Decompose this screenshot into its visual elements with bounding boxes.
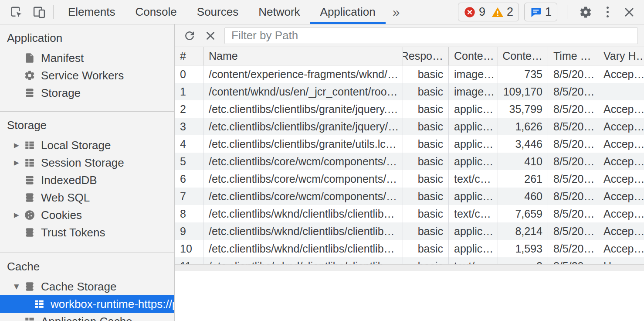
table-row[interactable]: 3 /etc.clientlibs/clientlibs/granite/jqu… (175, 118, 644, 135)
table-row[interactable]: 2 /etc.clientlibs/clientlibs/granite/jqu… (175, 100, 644, 118)
sidebar-item-label: Storage (41, 86, 81, 100)
sidebar-item-application-cache[interactable]: Application Cache (0, 313, 174, 321)
table-row[interactable]: 10 /etc.clientlibs/wknd/clientlibs/clien… (175, 240, 644, 257)
cell-time-cached: 8/5/20… (548, 153, 598, 170)
column-header-name[interactable]: Name (203, 47, 403, 65)
cell-index: 7 (175, 188, 203, 205)
cell-time-cached: 8/5/20… (548, 100, 598, 118)
sidebar-item-label: Local Storage (41, 139, 111, 152)
table-row[interactable]: 4 /etc.clientlibs/clientlibs/granite/uti… (175, 135, 644, 153)
cell-content-length: 35,799 (498, 100, 548, 118)
tab-console[interactable]: Console (125, 0, 186, 24)
table-row[interactable]: 6 /etc.clientlibs/core/wcm/components/… … (175, 170, 644, 188)
cell-content-type: applic… (449, 240, 498, 257)
message-icon (530, 6, 542, 18)
sidebar-item-label: Service Workers (41, 69, 124, 82)
refresh-icon[interactable] (181, 27, 198, 44)
gear-icon[interactable] (577, 3, 594, 22)
filter-by-path-input[interactable] (224, 27, 638, 44)
tab-sources[interactable]: Sources (187, 0, 248, 24)
cell-content-type: text/c… (449, 170, 498, 188)
cell-time-cached: 8/5/20… (548, 118, 598, 135)
sidebar-item-storage[interactable]: Storage (0, 84, 174, 102)
cell-content-length: 3,446 (498, 135, 548, 153)
section-application: Application Manifest Service Workers (0, 24, 174, 112)
column-header-content-type[interactable]: Conte… (449, 47, 498, 65)
column-header-content-length[interactable]: Conte… (498, 47, 548, 65)
cell-vary-header: Accep… (598, 100, 644, 118)
cell-index: 11 (175, 257, 203, 264)
chevron-expanded-icon[interactable]: ▼ (14, 283, 24, 290)
column-header-index[interactable]: # (175, 47, 203, 65)
chevron-collapsed-icon[interactable]: ▶ (14, 141, 24, 149)
table-row[interactable]: 7 /etc.clientlibs/core/wcm/components/… … (175, 188, 644, 205)
tab-network[interactable]: Network (248, 0, 310, 24)
column-header-vary-header[interactable]: Vary H… (598, 47, 644, 65)
sidebar-item-trust-tokens[interactable]: Trust Tokens (0, 224, 174, 241)
error-badge[interactable]: 9 (464, 5, 485, 19)
error-count: 9 (479, 5, 485, 19)
cell-content-length: 1,626 (498, 118, 548, 135)
cache-storage-panel: # Name Respo… Conte… Conte… Time … Vary … (175, 24, 644, 321)
cell-content-type: applic… (449, 153, 498, 170)
cell-content-length: 109,170 (498, 83, 548, 100)
sidebar-item-label: workbox-runtime-https://pu (51, 297, 174, 311)
sidebar-item-local-storage[interactable]: ▶ Local Storage (0, 137, 174, 154)
sidebar-item-session-storage[interactable]: ▶ Session Storage (0, 154, 174, 171)
table-row[interactable]: 1 /content/wknd/us/en/_jcr_content/roo… … (175, 83, 644, 100)
chevron-collapsed-icon[interactable]: ▶ (14, 211, 24, 219)
table-row[interactable]: 11 /etc.clientlibs/wknd/clientlibs/clien… (175, 257, 644, 264)
horizontal-scrollbar[interactable] (175, 264, 644, 271)
column-header-response-type[interactable]: Respo… (403, 47, 449, 65)
inspect-icon[interactable] (7, 3, 26, 22)
cell-response-type: basic (403, 118, 449, 135)
warning-icon (491, 6, 504, 18)
cell-response-type: basic (403, 240, 449, 257)
cell-name: /etc.clientlibs/clientlibs/granite/jquer… (203, 100, 403, 118)
column-header-time-cached[interactable]: Time … (548, 47, 598, 65)
sidebar-item-workbox-runtime-cache[interactable]: workbox-runtime-https://pu (0, 295, 174, 313)
table-row[interactable]: 9 /etc.clientlibs/wknd/clientlibs/client… (175, 222, 644, 240)
sidebar-item-indexeddb[interactable]: IndexedDB (0, 171, 174, 189)
table-icon (24, 157, 35, 168)
cell-content-length: 410 (498, 153, 548, 170)
cell-index: 9 (175, 222, 203, 240)
sidebar-item-web-sql[interactable]: Web SQL (0, 189, 174, 206)
table-row[interactable]: 5 /etc.clientlibs/core/wcm/components/… … (175, 153, 644, 170)
tab-application[interactable]: Application (310, 0, 386, 24)
messages-badge-group[interactable]: 1 (524, 3, 557, 21)
toolbar-separator (53, 5, 54, 19)
message-badge[interactable]: 1 (530, 5, 552, 19)
cell-vary-header: Accep… (598, 153, 644, 170)
more-tabs-chevron-icon[interactable]: » (386, 0, 407, 24)
warning-badge[interactable]: 2 (491, 5, 513, 19)
cell-response-type: basic (403, 153, 449, 170)
sidebar-item-manifest[interactable]: Manifest (0, 49, 174, 67)
cell-name: /etc.clientlibs/core/wcm/components/… (203, 188, 403, 205)
tab-elements[interactable]: Elements (58, 0, 125, 24)
cell-name: /content/experience-fragments/wknd/… (203, 65, 403, 83)
issues-badge-group[interactable]: 9 2 (458, 3, 519, 21)
chevron-collapsed-icon[interactable]: ▶ (14, 159, 24, 167)
sidebar-item-cookies[interactable]: ▶ Cookies (0, 206, 174, 224)
cell-content-length: 735 (498, 65, 548, 83)
sidebar-item-cache-storage[interactable]: ▼ Cache Storage (0, 278, 174, 295)
table-row[interactable]: 8 /etc.clientlibs/wknd/clientlibs/client… (175, 205, 644, 222)
cell-response-type: basic (403, 65, 449, 83)
table-row[interactable]: 0 /content/experience-fragments/wknd/… b… (175, 65, 644, 83)
sidebar-item-service-workers[interactable]: Service Workers (0, 67, 174, 84)
cell-index: 2 (175, 100, 203, 118)
close-icon[interactable] (620, 3, 638, 22)
gear-icon (24, 70, 35, 81)
cell-name: /etc.clientlibs/clientlibs/granite/jquer… (203, 118, 403, 135)
cell-time-cached: 8/5/20… (548, 205, 598, 222)
cell-content-type: image… (449, 83, 498, 100)
cell-time-cached: 8/5/20… (548, 240, 598, 257)
kebab-menu-icon[interactable] (600, 3, 615, 22)
section-storage: Storage ▶ Local Storage ▶ Session Storag… (0, 112, 174, 253)
device-toolbar-icon[interactable] (30, 3, 49, 22)
devtools-window: Elements Console Sources Network Applica… (0, 0, 644, 321)
sidebar-item-label: Web SQL (41, 191, 90, 205)
clear-icon[interactable] (202, 27, 219, 44)
cell-index: 10 (175, 240, 203, 257)
